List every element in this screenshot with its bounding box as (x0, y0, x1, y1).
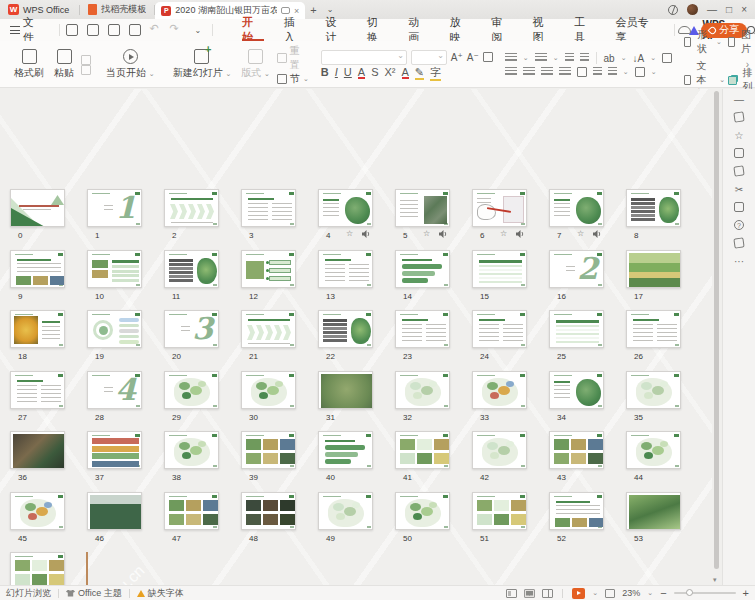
menu-tab-4[interactable]: 动画 (399, 19, 438, 41)
undo-icon[interactable] (150, 25, 161, 35)
section-button[interactable]: 节⌄ (277, 72, 309, 86)
slide-thumbnail[interactable] (395, 371, 450, 409)
properties-icon[interactable] (733, 111, 745, 123)
zoom-in-button[interactable]: + (743, 587, 749, 599)
align-right-icon[interactable] (541, 67, 553, 77)
audio-speaker-icon[interactable] (362, 230, 371, 238)
tab-list-caret[interactable]: ⌄ (322, 5, 339, 14)
highlight-button[interactable]: ✎ (415, 66, 424, 79)
more-icon[interactable]: ··· (733, 255, 745, 267)
audio-speaker-icon[interactable] (593, 230, 602, 238)
slide-thumbnail[interactable] (626, 310, 681, 348)
network-status-icon[interactable] (668, 5, 678, 15)
reset-slide-button[interactable]: 重置 (277, 44, 309, 72)
redo-icon[interactable] (170, 25, 181, 35)
menu-tab-2[interactable]: 设计 (316, 19, 355, 41)
slide-thumbnail[interactable] (472, 492, 527, 530)
paste-button[interactable]: 粘贴 (51, 49, 77, 80)
slide-thumbnail[interactable] (472, 189, 527, 227)
slide-thumbnail[interactable] (241, 189, 296, 227)
picture-icon[interactable] (728, 37, 735, 47)
missing-font-label[interactable]: 缺失字体 (148, 587, 184, 600)
slide-thumbnail[interactable] (10, 552, 65, 585)
slide-thumbnail[interactable] (395, 189, 450, 227)
zoom-level[interactable]: 23% (622, 588, 640, 598)
slide-thumbnail[interactable] (164, 250, 219, 288)
notebook-icon[interactable] (733, 201, 745, 213)
slide-thumbnail[interactable] (164, 189, 219, 227)
slide-thumbnail[interactable] (87, 250, 142, 288)
bullet-list-icon[interactable] (505, 53, 517, 63)
slide-thumbnail[interactable] (164, 492, 219, 530)
picture-label[interactable]: 图片 (741, 28, 754, 56)
slide-thumbnail[interactable] (549, 431, 604, 469)
slide-thumbnail[interactable] (10, 189, 65, 227)
slide-thumbnail[interactable] (472, 250, 527, 288)
copy-icon[interactable] (81, 65, 91, 75)
audio-speaker-icon[interactable] (439, 230, 448, 238)
slide-thumbnail[interactable] (318, 189, 373, 227)
slide-thumbnail[interactable] (549, 189, 604, 227)
slide-thumbnail[interactable] (626, 492, 681, 530)
format-painter-button[interactable]: 格式刷 (11, 49, 47, 80)
transition-star-icon[interactable]: ☆ (500, 230, 507, 238)
slide-thumbnail[interactable] (472, 431, 527, 469)
slide-thumbnail[interactable] (318, 250, 373, 288)
save-icon[interactable] (87, 24, 99, 36)
arrange-icon[interactable] (731, 75, 737, 85)
view-mode-label[interactable]: 幻灯片浏览 (6, 587, 51, 600)
user-avatar[interactable] (687, 4, 698, 15)
zoom-caret[interactable]: ⌄ (647, 589, 653, 597)
slide-thumbnail[interactable] (395, 492, 450, 530)
new-document-icon[interactable] (66, 24, 78, 36)
font-style-button-B[interactable]: B (321, 66, 329, 78)
slide-thumbnail[interactable] (164, 371, 219, 409)
slide-thumbnail[interactable] (395, 431, 450, 469)
slide-thumbnail[interactable] (549, 492, 604, 530)
line-spacing-icon[interactable] (593, 67, 602, 77)
shapes-icon[interactable] (684, 37, 691, 47)
slide-thumbnail[interactable] (241, 492, 296, 530)
image-edit-icon[interactable] (733, 165, 745, 177)
quick-toolbar-caret[interactable]: ⌄ (190, 26, 207, 35)
menu-tab-8[interactable]: 工具 (565, 19, 604, 41)
tools-panel-icon[interactable]: ✂ (733, 183, 745, 195)
slide-thumbnail[interactable] (241, 250, 296, 288)
font-style-button-U[interactable]: U (344, 66, 352, 78)
help-icon[interactable]: ? (733, 219, 745, 231)
slide-thumbnail[interactable] (241, 371, 296, 409)
favorites-star-icon[interactable]: ☆ (733, 129, 745, 141)
slide-thumbnail[interactable] (318, 310, 373, 348)
font-style-button-S[interactable]: S (371, 66, 378, 78)
slide-thumbnail[interactable] (318, 431, 373, 469)
print-preview-icon[interactable] (129, 24, 141, 36)
align-left-icon[interactable] (505, 67, 517, 77)
increase-indent-icon[interactable] (580, 53, 589, 63)
ribbon-expand-chevron[interactable]: › (746, 59, 749, 70)
slide-thumbnail[interactable]: 3 (164, 310, 219, 348)
slide-thumbnail[interactable] (395, 310, 450, 348)
slide-thumbnail[interactable] (549, 310, 604, 348)
paragraph-spacing-icon[interactable] (608, 67, 617, 77)
slide-thumbnail[interactable] (10, 250, 65, 288)
slideshow-play-button[interactable] (572, 588, 585, 599)
scrollbar-down-arrow[interactable]: ▾ (713, 576, 717, 584)
transition-star-icon[interactable]: ☆ (577, 230, 584, 238)
slide-thumbnail[interactable]: 2 (549, 250, 604, 288)
slide-thumbnail[interactable] (626, 250, 681, 288)
pinyin-button[interactable]: 字 (430, 65, 441, 80)
character-spacing-icon[interactable]: ab (604, 53, 615, 64)
print-icon[interactable] (108, 24, 120, 36)
menu-tab-7[interactable]: 视图 (524, 19, 563, 41)
slide-thumbnail[interactable] (318, 492, 373, 530)
text-direction-icon[interactable]: ↓A (633, 53, 645, 64)
increase-font-button[interactable]: A⁺ (451, 52, 463, 63)
slide-thumbnail[interactable] (318, 371, 373, 409)
tab-close-icon[interactable]: × (294, 6, 299, 16)
slide-thumbnail[interactable] (626, 371, 681, 409)
font-size-select[interactable] (411, 50, 447, 65)
slide-thumbnail[interactable]: 4 (87, 371, 142, 409)
slide-thumbnail[interactable] (10, 310, 65, 348)
slide-thumbnail[interactable] (10, 492, 65, 530)
align-center-icon[interactable] (523, 67, 535, 77)
